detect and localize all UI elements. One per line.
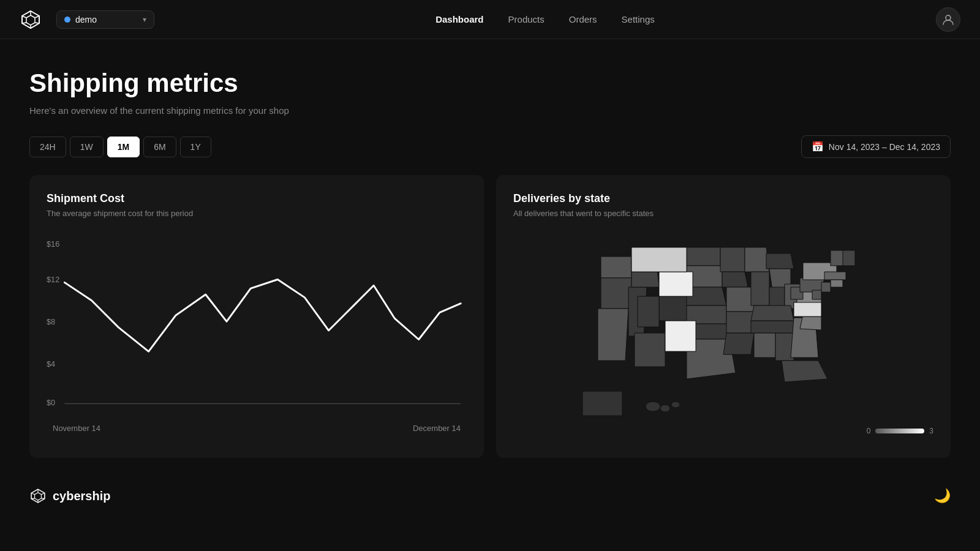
svg-marker-70 — [35, 493, 42, 500]
svg-marker-35 — [726, 312, 754, 333]
store-dot — [64, 17, 70, 23]
svg-line-72 — [41, 493, 44, 494]
svg-marker-60 — [812, 290, 821, 299]
svg-marker-34 — [726, 287, 754, 312]
svg-marker-38 — [751, 272, 769, 305]
line-chart-container: $16 $12 $8 $4 $0 November 14 December 14 — [47, 233, 467, 441]
svg-line-6 — [22, 23, 26, 23]
store-selector[interactable]: demo ▾ — [56, 10, 154, 29]
svg-marker-16 — [601, 278, 631, 309]
svg-point-68 — [671, 402, 680, 408]
legend-max: 3 — [929, 427, 933, 435]
nav-item-orders[interactable]: Orders — [569, 14, 597, 24]
svg-marker-43 — [751, 305, 794, 321]
svg-marker-39 — [766, 253, 794, 269]
footer-brand: cybership — [29, 487, 110, 504]
map-container: 0 3 — [513, 233, 933, 441]
main-nav: Dashboard Products Orders Settings — [435, 14, 655, 24]
svg-marker-44 — [751, 321, 794, 333]
store-name: demo — [75, 15, 138, 24]
svg-marker-45 — [754, 333, 775, 358]
svg-line-3 — [35, 16, 39, 18]
time-filter-group: 24H 1W 1M 6M 1Y — [29, 137, 211, 157]
nav-item-dashboard[interactable]: Dashboard — [435, 14, 483, 24]
page-title: Shipping metrics — [29, 69, 951, 98]
svg-marker-15 — [601, 257, 631, 278]
svg-line-73 — [41, 498, 44, 499]
legend-gradient — [875, 429, 924, 433]
svg-marker-61 — [659, 272, 693, 296]
svg-marker-32 — [720, 247, 745, 272]
shipment-cost-title: Shipment Cost — [47, 192, 467, 205]
chart-x-labels: November 14 December 14 — [47, 424, 467, 433]
svg-text:$0: $0 — [47, 398, 55, 407]
svg-marker-17 — [598, 309, 628, 361]
svg-marker-57 — [824, 272, 846, 280]
svg-point-8 — [946, 15, 951, 20]
svg-marker-37 — [745, 247, 769, 272]
svg-line-7 — [22, 16, 26, 18]
shipment-cost-subtitle: The average shipment cost for this perio… — [47, 209, 467, 218]
svg-marker-33 — [722, 272, 748, 287]
filter-6m[interactable]: 6M — [143, 137, 176, 157]
filter-1w[interactable]: 1W — [70, 137, 104, 157]
svg-marker-62 — [794, 302, 821, 317]
deliveries-subtitle: All deliveries that went to specific sta… — [513, 209, 933, 218]
svg-marker-59 — [821, 282, 831, 292]
svg-text:$8: $8 — [47, 317, 55, 326]
x-label-start: November 14 — [53, 424, 100, 433]
svg-marker-23 — [638, 296, 659, 327]
charts-grid: Shipment Cost The average shipment cost … — [29, 175, 951, 458]
svg-text:$12: $12 — [47, 275, 59, 284]
main-content: Shipping metrics Here's an overview of t… — [0, 39, 980, 458]
svg-marker-56 — [831, 250, 843, 266]
svg-text:$16: $16 — [47, 239, 59, 249]
calendar-icon: 📅 — [812, 141, 824, 152]
svg-marker-24 — [635, 333, 665, 367]
deliveries-title: Deliveries by state — [513, 192, 933, 205]
filter-1y[interactable]: 1Y — [180, 137, 211, 157]
header: demo ▾ Dashboard Products Orders Setting… — [0, 0, 980, 39]
map-legend: 0 3 — [867, 427, 933, 435]
chevron-down-icon: ▾ — [143, 15, 146, 24]
legend-min: 0 — [867, 427, 871, 435]
theme-toggle-icon[interactable]: 🌙 — [934, 488, 951, 504]
date-range-picker[interactable]: 📅 Nov 14, 2023 – Dec 14, 2023 — [801, 135, 951, 158]
x-label-end: December 14 — [413, 424, 461, 433]
usa-map-svg — [513, 238, 933, 422]
svg-marker-64 — [631, 247, 687, 272]
svg-line-76 — [31, 493, 34, 494]
nav-item-settings[interactable]: Settings — [622, 14, 655, 24]
header-right — [936, 7, 960, 32]
svg-marker-65 — [582, 391, 622, 416]
svg-point-67 — [660, 405, 670, 412]
line-chart-svg: $16 $12 $8 $4 $0 — [47, 233, 467, 416]
svg-text:$4: $4 — [47, 359, 55, 369]
svg-marker-63 — [665, 321, 696, 351]
date-range-text: Nov 14, 2023 – Dec 14, 2023 — [829, 142, 940, 152]
shipment-cost-card: Shipment Cost The average shipment cost … — [29, 175, 484, 458]
footer-logo-icon — [29, 487, 47, 504]
footer-brand-name: cybership — [53, 489, 110, 503]
svg-marker-58 — [831, 280, 843, 287]
svg-marker-49 — [800, 315, 821, 330]
filter-24h[interactable]: 24H — [29, 137, 66, 157]
svg-marker-1 — [26, 15, 35, 25]
svg-point-66 — [646, 402, 660, 411]
footer: cybership 🌙 — [0, 473, 980, 519]
svg-marker-26 — [687, 247, 720, 266]
svg-marker-36 — [723, 333, 754, 354]
deliveries-by-state-card: Deliveries by state All deliveries that … — [496, 175, 951, 458]
page-subtitle: Here's an overview of the current shippi… — [29, 105, 951, 116]
logo — [20, 9, 42, 31]
svg-line-75 — [31, 498, 34, 499]
user-avatar-button[interactable] — [936, 7, 960, 32]
filters-bar: 24H 1W 1M 6M 1Y 📅 Nov 14, 2023 – Dec 14,… — [29, 135, 951, 158]
filter-1m[interactable]: 1M — [107, 137, 140, 157]
nav-item-products[interactable]: Products — [508, 14, 545, 24]
svg-marker-48 — [782, 361, 827, 382]
svg-line-4 — [35, 23, 39, 23]
